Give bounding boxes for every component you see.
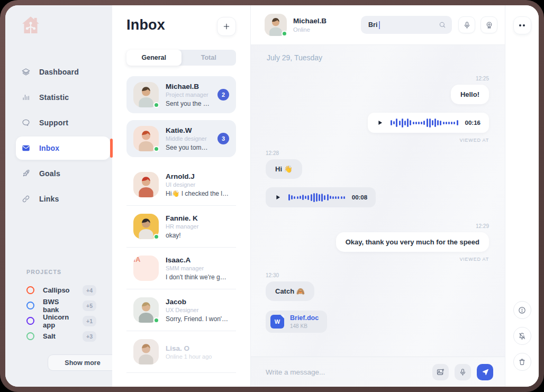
- conversation-item[interactable]: JacobUX DesignerSorry, Friend. I won't d…: [126, 289, 236, 331]
- project-count-badge: +5: [83, 300, 96, 311]
- conversation-item[interactable]: Arnold.JUI designerHi👋 I checked the lay…: [126, 164, 236, 206]
- project-color-ring: [26, 286, 34, 294]
- avatar: IA: [133, 256, 159, 281]
- online-status-dot: [153, 146, 159, 152]
- sidebar-item-label: Support: [39, 118, 68, 127]
- avatar-image: [133, 172, 159, 197]
- inbox-header: Inbox: [126, 17, 236, 36]
- project-item-callipso[interactable]: Callipso+4: [26, 282, 96, 298]
- sidebar-item-goals[interactable]: Goals: [5, 161, 112, 186]
- online-status-dot: [153, 234, 159, 240]
- text-message-bubble: Okay, thank you very much for the speed: [336, 232, 489, 252]
- file-attachment[interactable]: WBrief.doc148 KB: [266, 311, 327, 333]
- text-message-bubble: Hi 👋: [266, 159, 302, 179]
- page-title: Inbox: [126, 17, 165, 33]
- project-list: Callipso+4BWS bank+5Unicorn app+1Salt+3: [26, 282, 96, 344]
- peer-identity: Michael.B Online: [293, 17, 327, 33]
- mail-icon: [21, 143, 31, 153]
- contact-name: Fannie. K: [166, 214, 198, 222]
- message-time: 12:28: [266, 150, 302, 156]
- more-options-button[interactable]: [513, 16, 531, 34]
- sidebar-item-statistic[interactable]: Statistic: [5, 85, 112, 110]
- project-name: BWS bank: [43, 298, 74, 314]
- send-button[interactable]: [477, 364, 493, 380]
- unread-count-badge: 2: [217, 89, 229, 101]
- viewed-at-label: VIEWED AT: [336, 257, 489, 262]
- conversation-item[interactable]: Fannie. KHR managerokay!: [126, 206, 236, 248]
- send-icon: [481, 368, 489, 376]
- composer-buttons: [432, 364, 493, 380]
- text-caret: [379, 21, 380, 29]
- message-preview: Sorry, Friend. I won't do it again!: [166, 315, 229, 323]
- message-preview: Sent you the file: [166, 100, 211, 107]
- device-frame: DashboardStatisticSupportInboxGoalsLinks…: [0, 0, 544, 392]
- message-row: 00:08: [266, 179, 376, 207]
- play-button[interactable]: [274, 194, 282, 201]
- audio-message-bubble: 00:08: [266, 187, 376, 207]
- message-preview: I don't think we're going to finish ...: [166, 274, 229, 281]
- rail-actions: [513, 301, 531, 371]
- text-message-bubble: Hello!: [451, 85, 489, 104]
- text-message-bubble: Catch 🙈: [266, 281, 314, 301]
- contact-role: HR manager: [166, 223, 198, 230]
- message-row: WBrief.doc148 KB: [266, 301, 327, 333]
- project-color-ring: [26, 317, 34, 325]
- new-chat-button[interactable]: [217, 17, 236, 36]
- project-name: Salt: [43, 332, 56, 340]
- sidebar-item-links[interactable]: Links: [5, 186, 112, 212]
- message-preview: Hi👋 I checked the layout agai...: [166, 190, 229, 197]
- sidebar-item-support[interactable]: Support: [5, 110, 112, 135]
- sidebar-item-label: Statistic: [39, 93, 69, 102]
- conversation-item[interactable]: Lisa. OOnline 1 hour ago: [126, 331, 236, 373]
- delete-chat-button[interactable]: [513, 353, 531, 371]
- voice-call-button[interactable]: [458, 16, 475, 33]
- show-more-button[interactable]: Show more: [48, 354, 117, 371]
- project-name: Unicorn app: [43, 313, 74, 329]
- contact-role: Online 1 hour ago: [166, 353, 212, 360]
- bar-chart-icon: [21, 93, 31, 102]
- contact-name: Arnold.J: [166, 172, 229, 180]
- sidebar-item-dashboard[interactable]: Dashboard: [5, 59, 112, 85]
- plus-icon: [222, 22, 231, 31]
- sidebar-item-label: Goals: [39, 169, 60, 178]
- webcam-icon: [485, 21, 494, 30]
- conversation-item[interactable]: IAIsaac.ASMM managerI don't think we're …: [126, 248, 236, 289]
- tab-total[interactable]: Total: [182, 50, 237, 66]
- chat-bubble-icon: [21, 118, 31, 127]
- sidebar-item-label: Inbox: [39, 144, 59, 152]
- more-dots-icon: [523, 24, 525, 26]
- project-item-salt[interactable]: Salt+3: [26, 329, 96, 344]
- chat-header: Michael.B Online Bri: [251, 5, 505, 45]
- inbox-panel: Inbox GeneralTotal Michael.BProject mana…: [112, 5, 250, 387]
- sidebar-item-inbox[interactable]: Inbox: [16, 136, 110, 160]
- sidebar-item-label: Links: [39, 195, 59, 203]
- image-add-icon: [436, 368, 445, 377]
- video-call-button[interactable]: [480, 16, 497, 33]
- contact-name: Lisa. O: [166, 344, 212, 352]
- chat-search-input[interactable]: Bri: [361, 16, 452, 34]
- doc-file-icon: W: [270, 315, 284, 329]
- conversation-info: Isaac.ASMM managerI don't think we're go…: [166, 256, 229, 281]
- message-row: 00:16VIEWED AT: [368, 104, 489, 143]
- online-status-dot: [153, 102, 159, 108]
- message-input[interactable]: [266, 368, 427, 376]
- play-button[interactable]: [376, 119, 384, 126]
- audio-waveform: [391, 118, 458, 127]
- project-item-bws-bank[interactable]: BWS bank+5: [26, 298, 96, 313]
- sidebar-item-label: Dashboard: [39, 68, 79, 76]
- rocket-icon: [21, 169, 31, 178]
- conversation-item[interactable]: Katie.WMiddle designerSee you tomorrow..…: [126, 120, 236, 157]
- project-color-ring: [26, 332, 34, 340]
- attach-image-button[interactable]: [432, 364, 449, 380]
- chat-messages: July 29, Tuesday 12:25Hello!00:16VIEWED …: [251, 45, 505, 357]
- chat-info-button[interactable]: [513, 301, 531, 319]
- mute-notifications-button[interactable]: [513, 327, 531, 345]
- record-voice-button[interactable]: [455, 364, 471, 380]
- message-row: 12:28Hi 👋: [266, 143, 302, 179]
- contact-role: UX Designer: [166, 307, 229, 313]
- conversation-item[interactable]: Michael.BProject managerSent you the fil…: [126, 76, 236, 113]
- avatar: [133, 339, 159, 364]
- conversation-info: Lisa. OOnline 1 hour ago: [166, 344, 212, 360]
- project-item-unicorn-app[interactable]: Unicorn app+1: [26, 313, 96, 329]
- tab-general[interactable]: General: [126, 50, 182, 66]
